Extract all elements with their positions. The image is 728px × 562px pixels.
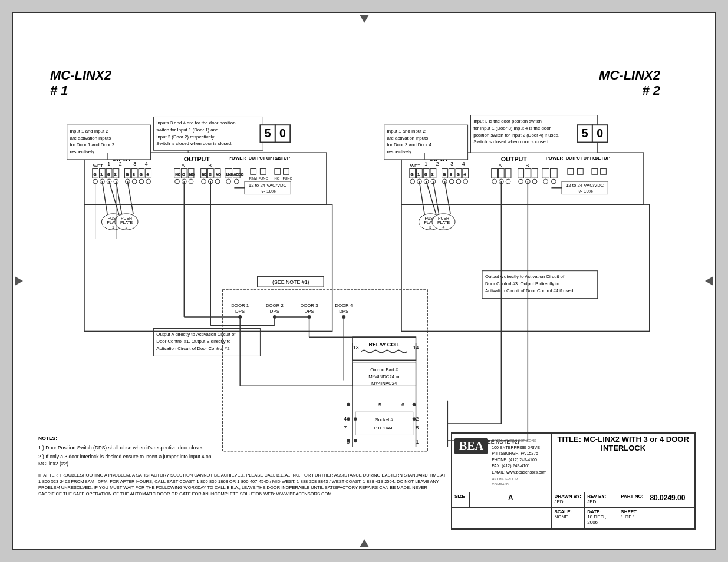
svg-text:1: 1	[107, 161, 110, 167]
svg-text:13: 13	[353, 345, 359, 351]
part-no-val: 80.0249.00	[647, 492, 695, 507]
svg-rect-190	[353, 337, 416, 360]
page: MC-LINX2 # 1 MC-LINX2 # 2 INPUT WET 1 2	[12, 12, 716, 550]
svg-text:for Input 1 (Door 3).Input 4 i: for Input 1 (Door 3).Input 4 is the door	[473, 125, 551, 131]
svg-text:12 to 24 VAC/VDC: 12 to 24 VAC/VDC	[249, 183, 287, 188]
svg-text:5: 5	[265, 127, 271, 140]
svg-text:DOOR 1: DOOR 1	[231, 303, 249, 308]
svg-text:0: 0	[279, 127, 286, 140]
svg-text:INC: INC	[274, 177, 280, 180]
svg-text:Output A directly to Activatio: Output A directly to Activation Circuit …	[156, 332, 236, 337]
rev-by-cell: REV BY: JED	[585, 492, 618, 507]
svg-text:DPS: DPS	[235, 309, 245, 314]
svg-text:G: G	[94, 173, 97, 176]
svg-point-213	[354, 417, 357, 421]
svg-text:PUSH: PUSH	[121, 216, 132, 220]
svg-text:ACDC: ACDC	[233, 173, 243, 176]
svg-rect-150	[542, 169, 549, 178]
svg-text:3: 3	[133, 173, 134, 176]
svg-text:respectively: respectively	[70, 149, 94, 154]
tri-right-marker	[705, 276, 713, 286]
svg-text:Omron Part #: Omron Part #	[370, 367, 398, 372]
svg-rect-141	[518, 169, 524, 178]
company-info: OPEN UP NEW HORIZONS 100 ENTERPRISE DRIV…	[492, 438, 546, 488]
svg-text:DOOR 3: DOOR 3	[301, 303, 318, 308]
svg-text:A: A	[181, 163, 185, 168]
svg-text:2: 2	[436, 161, 439, 167]
svg-text:PLATE: PLATE	[437, 220, 450, 224]
svg-point-210	[347, 403, 350, 406]
svg-text:DPS: DPS	[339, 309, 348, 314]
svg-rect-142	[525, 169, 531, 178]
svg-rect-140	[505, 169, 511, 178]
svg-text:Activation Circuit of Door Con: Activation Circuit of Door Control #2.	[156, 346, 230, 351]
svg-text:2: 2	[119, 161, 122, 167]
notes-area: NOTES: 1.) Door Position Switch (DPS) sh…	[38, 435, 448, 497]
svg-rect-151	[550, 169, 557, 178]
svg-text:3: 3	[133, 161, 136, 167]
svg-text:B: B	[208, 163, 212, 168]
svg-text:Input 1 and Input 2: Input 1 and Input 2	[70, 128, 108, 134]
svg-text:G: G	[443, 173, 446, 176]
svg-text:5: 5	[378, 402, 381, 408]
warning-text: IF AFTER TROUBLESHOOTING A PROBLEM, A SA…	[38, 472, 448, 497]
svg-text:for Door 3 and Door 4: for Door 3 and Door 4	[387, 142, 432, 147]
part-no-cell: PART NO:	[618, 492, 647, 507]
tri-left-marker	[15, 276, 23, 286]
svg-text:FUNC: FUNC	[283, 177, 293, 180]
sheet-cell: SHEET 1 OF 1	[618, 507, 647, 528]
svg-text:DOOR 2: DOOR 2	[266, 303, 284, 308]
svg-text:2: 2	[431, 173, 433, 176]
svg-text:G: G	[411, 173, 414, 176]
svg-text:1: 1	[424, 161, 427, 167]
drawn-by-cell: DRAWN BY: JED	[552, 492, 585, 507]
svg-rect-139	[498, 169, 504, 178]
svg-text:DPS: DPS	[270, 309, 279, 314]
svg-text:position switch for input 2 (D: position switch for input 2 (Door 4) if …	[473, 133, 559, 138]
svg-text:are activation inputs: are activation inputs	[70, 135, 111, 141]
note1: 1.) Door Position Switch (DPS) shall clo…	[38, 444, 448, 452]
svg-rect-143	[532, 169, 538, 178]
svg-text:MY4INAC24: MY4INAC24	[371, 381, 397, 386]
svg-text:for Door 1 and Door 2: for Door 1 and Door 2	[70, 142, 115, 147]
svg-text:PLATE: PLATE	[120, 220, 133, 224]
svg-text:1: 1	[100, 173, 102, 176]
svg-text:G: G	[107, 173, 110, 176]
outer-border: MC-LINX2 # 1 MC-LINX2 # 2 INPUT WET 1 2	[19, 19, 709, 543]
svg-text:5: 5	[416, 425, 419, 431]
size-val: A	[470, 492, 552, 507]
svg-text:Door Control #1. Output B dire: Door Control #1. Output B directly to	[156, 339, 231, 344]
svg-point-216	[413, 403, 416, 406]
svg-text:4: 4	[462, 161, 465, 167]
svg-text:1: 1	[112, 225, 114, 229]
svg-text:Activation Circuit of Door Con: Activation Circuit of Door Control #4 if…	[485, 288, 575, 293]
content-area: MC-LINX2 # 1 MC-LINX2 # 2 INPUT WET 1 2	[32, 32, 696, 530]
svg-text:6: 6	[401, 402, 404, 408]
svg-text:NC: NC	[176, 173, 181, 176]
svg-text:switch for Input 1 (Door 1) an: switch for Input 1 (Door 1) and	[156, 127, 218, 133]
note2: 2.) If only a 3 door interlock is desire…	[38, 453, 448, 468]
svg-text:4: 4	[344, 416, 347, 422]
svg-text:SETUP: SETUP	[595, 156, 610, 161]
svg-text:PUSH: PUSH	[438, 216, 449, 220]
svg-text:POWER: POWER	[229, 156, 246, 161]
svg-text:G: G	[424, 173, 427, 176]
svg-text:3: 3	[450, 173, 452, 176]
title-block: BEA OPEN UP NEW HORIZONS 100 ENTERPRISE …	[451, 432, 696, 530]
svg-text:Input 1 and Input 2: Input 1 and Input 2	[387, 128, 426, 134]
svg-point-215	[413, 417, 416, 421]
svg-text:7: 7	[344, 425, 347, 431]
svg-text:G: G	[457, 173, 460, 176]
bea-logo: BEA	[454, 438, 488, 454]
svg-text:4: 4	[443, 225, 445, 229]
svg-text:DOOR 4: DOOR 4	[335, 303, 353, 308]
size-label: SIZE	[452, 492, 470, 507]
svg-text:NO: NO	[189, 173, 195, 176]
scale-cell: SCALE: NONE	[552, 507, 585, 528]
svg-text:SETUP: SETUP	[275, 156, 290, 161]
svg-text:FUNC: FUNC	[258, 177, 268, 180]
svg-text:NO: NO	[216, 173, 221, 176]
svg-text:Inputs 3 and 4 are for the doo: Inputs 3 and 4 are for the door position	[156, 120, 235, 125]
svg-text:(SEE NOTE #1): (SEE NOTE #1)	[272, 279, 309, 285]
svg-text:MY4INDC24 or: MY4INDC24 or	[368, 374, 400, 379]
